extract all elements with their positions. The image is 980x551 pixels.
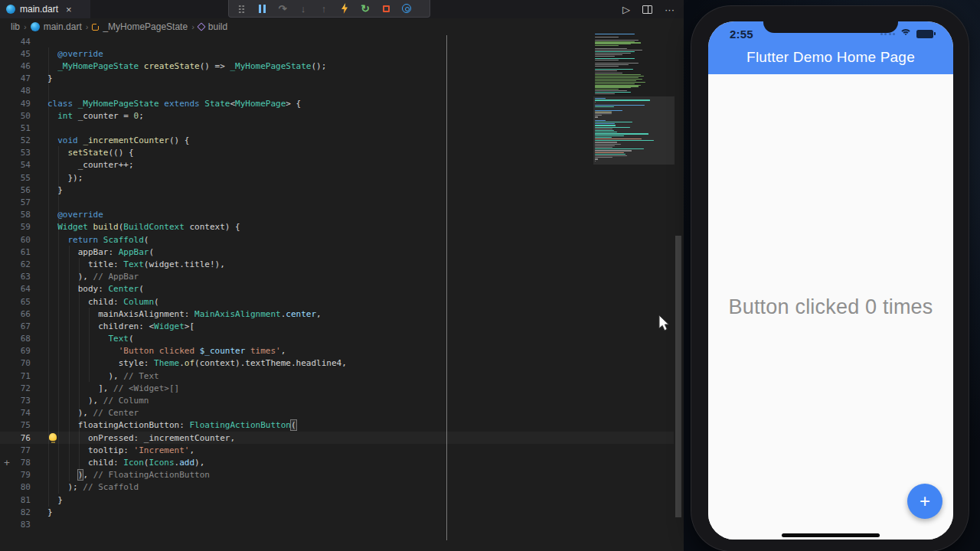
line-number[interactable]: 56 [0, 185, 31, 195]
stop-button[interactable] [378, 2, 394, 15]
line-number[interactable]: 46 [0, 61, 31, 71]
code-line[interactable]: 72 ], // <Widget>[] [0, 382, 674, 394]
line-number[interactable]: 52 [0, 135, 31, 145]
floating-action-button[interactable]: + [907, 484, 942, 519]
code-line[interactable]: 64 body: Center( [0, 283, 674, 295]
line-number[interactable]: 67 [0, 321, 31, 331]
home-indicator[interactable] [782, 533, 880, 537]
devtools-inspector-icon[interactable] [399, 2, 414, 15]
code-line[interactable]: 82} [0, 506, 674, 518]
code-line[interactable]: 63 ), // AppBar [0, 271, 674, 283]
code-line[interactable]: 44 [0, 35, 674, 47]
code-line[interactable]: 69 'Button clicked $_counter times', [0, 345, 674, 357]
gutter-plus-icon[interactable]: + [4, 457, 10, 468]
line-number[interactable]: 59 [0, 222, 31, 232]
line-number[interactable]: 63 [0, 272, 31, 282]
code-line[interactable]: 74 ), // Center [0, 407, 674, 419]
toolbar-drag-handle-icon[interactable] [234, 2, 249, 15]
line-number[interactable]: 62 [0, 259, 31, 269]
code-line[interactable]: 66 mainAxisAlignment: MainAxisAlignment.… [0, 308, 674, 320]
hot-reload-icon[interactable] [337, 2, 352, 15]
line-number[interactable]: 55 [0, 173, 31, 183]
line-number[interactable]: 45 [0, 49, 31, 59]
more-actions-icon[interactable]: ··· [665, 4, 675, 15]
line-number[interactable]: 74 [0, 408, 31, 418]
run-button[interactable]: ▷ [622, 4, 630, 15]
code-line[interactable]: 53 setState(() { [0, 147, 674, 159]
step-out-icon[interactable]: ↑ [316, 2, 332, 15]
line-number[interactable]: 72 [0, 383, 31, 393]
line-number[interactable]: 80 [0, 482, 31, 492]
line-number[interactable]: 81 [0, 495, 31, 505]
lightbulb-icon[interactable] [49, 433, 57, 441]
code-line[interactable]: 48 [0, 85, 674, 97]
code-line[interactable]: 56 } [0, 184, 674, 196]
line-number[interactable]: 51 [0, 123, 31, 133]
line-number[interactable]: 61 [0, 247, 31, 257]
line-number[interactable]: 76 [0, 433, 31, 443]
pause-button[interactable] [254, 2, 270, 15]
code-line[interactable]: 55 }); [0, 171, 674, 184]
code-line[interactable]: 47} [0, 73, 674, 85]
code-line[interactable]: 62 title: Text(widget.title!), [0, 258, 674, 270]
tab-close-icon[interactable]: × [66, 4, 72, 15]
code-line[interactable]: 65 child: Column( [0, 295, 674, 308]
line-number[interactable]: 58 [0, 210, 31, 220]
code-line[interactable]: 79 ), // FloatingActionButton [0, 469, 674, 481]
line-number[interactable]: 75 [0, 420, 31, 430]
code-line[interactable]: 83 [0, 518, 674, 530]
restart-icon[interactable]: ↻ [358, 2, 373, 15]
line-number[interactable]: 82 [0, 507, 31, 517]
code-line[interactable]: 46 _MyHomePageState createState() => _My… [0, 60, 674, 72]
line-number[interactable]: 47 [0, 73, 31, 83]
tab-main-dart[interactable]: main.dart × [0, 0, 90, 18]
line-number[interactable]: 50 [0, 111, 31, 121]
line-number[interactable]: 69 [0, 346, 31, 356]
line-number[interactable]: 49 [0, 99, 31, 109]
code-line[interactable]: 67 children: <Widget>[ [0, 320, 674, 332]
code-line[interactable]: 75 floatingActionButton: FloatingActionB… [0, 419, 674, 432]
code-line[interactable]: 70 style: Theme.of(context).textTheme.he… [0, 357, 674, 370]
line-number[interactable]: 53 [0, 148, 31, 158]
line-number[interactable]: 57 [0, 197, 31, 207]
code-line[interactable]: 58 @override [0, 209, 674, 221]
line-number[interactable]: 54 [0, 160, 31, 170]
line-number[interactable]: 66 [0, 309, 31, 319]
line-number[interactable]: 64 [0, 284, 31, 294]
minimap[interactable] [593, 34, 675, 165]
simulator-screen[interactable]: 2:55 Flutter Demo Home Page Button click… [708, 21, 953, 540]
breadcrumb-class[interactable]: _MyHomePageState [103, 21, 188, 32]
line-number[interactable]: 60 [0, 235, 31, 245]
line-number[interactable]: 44 [0, 37, 31, 47]
code-line[interactable]: 77 tooltip: 'Increment', [0, 444, 674, 456]
breadcrumb-method[interactable]: build [208, 21, 227, 32]
code-line[interactable]: 54 _counter++; [0, 159, 674, 171]
split-editor-icon[interactable] [642, 5, 652, 14]
line-number[interactable]: 83 [0, 520, 31, 530]
code-line[interactable]: 45 @override [0, 47, 674, 60]
line-number[interactable]: 79 [0, 470, 31, 480]
line-number[interactable]: 48 [0, 86, 31, 96]
code-line[interactable]: 81 } [0, 494, 674, 506]
line-number[interactable]: 73 [0, 396, 31, 406]
breadcrumb-lib[interactable]: lib [11, 21, 20, 32]
code-line[interactable]: 61 appBar: AppBar( [0, 246, 674, 258]
line-number[interactable]: 70 [0, 358, 31, 368]
code-line[interactable]: 60 return Scaffold( [0, 233, 674, 246]
code-lines[interactable]: 4445 @override46 _MyHomePageState create… [0, 35, 674, 531]
code-line[interactable]: 52 void _incrementCounter() { [0, 135, 674, 147]
line-number[interactable]: 71 [0, 371, 31, 381]
code-line[interactable]: 59 Widget build(BuildContext context) { [0, 221, 674, 233]
editor-scrollbar-thumb[interactable] [675, 236, 681, 517]
code-line[interactable]: 71 ), // Text [0, 370, 674, 382]
step-into-icon[interactable]: ↓ [296, 2, 311, 15]
code-line[interactable]: 51 [0, 122, 674, 134]
line-number[interactable]: 68 [0, 334, 31, 344]
code-line[interactable]: 49class _MyHomePageState extends State<M… [0, 97, 674, 109]
breadcrumb-main-dart[interactable]: main.dart [44, 21, 82, 32]
code-line[interactable]: 57 [0, 196, 674, 208]
code-line[interactable]: 68 Text( [0, 333, 674, 345]
code-line[interactable]: 73 ), // Column [0, 394, 674, 406]
line-number[interactable]: 65 [0, 297, 31, 307]
step-over-icon[interactable]: ↷ [275, 2, 290, 15]
